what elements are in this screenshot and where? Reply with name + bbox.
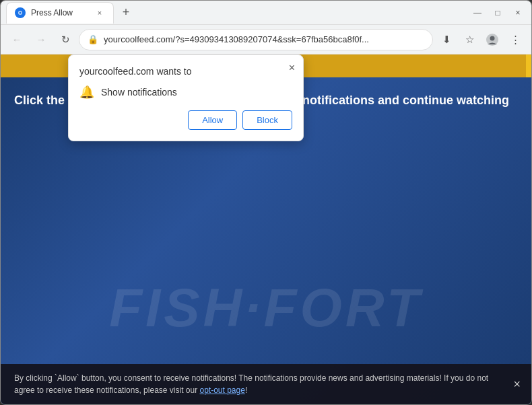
tab-area: Press Allow × + [6, 2, 464, 24]
back-button[interactable]: ← [6, 29, 28, 50]
window-controls: — □ × [469, 5, 526, 21]
reload-button[interactable]: ↻ [55, 29, 76, 50]
profile-button[interactable] [481, 29, 503, 50]
title-bar: Press Allow × + — □ × [1, 1, 531, 25]
consent-text: By clicking `Allow` button, you consent … [14, 373, 488, 395]
browser-window: Press Allow × + — □ × ← → ↻ 🔒 yourcoolfe… [0, 0, 532, 405]
popup-permission: 🔔 Show notifications [79, 85, 292, 100]
tab-close-button[interactable]: × [94, 7, 105, 18]
active-tab[interactable]: Press Allow × [6, 2, 114, 24]
popup-close-button[interactable]: × [289, 62, 295, 74]
minimize-button[interactable]: — [469, 5, 486, 21]
svg-point-4 [490, 36, 495, 40]
allow-button[interactable]: Allow [188, 110, 237, 130]
svg-point-2 [20, 12, 22, 14]
tab-title: Press Allow [31, 8, 89, 17]
opt-out-link[interactable]: opt-out page [199, 385, 244, 395]
permission-text: Show notifications [101, 87, 177, 98]
url-text: yourcoolfeed.com/?s=493093413089207074&s… [104, 34, 424, 44]
security-lock-icon: 🔒 [88, 34, 98, 44]
consent-bar: By clicking `Allow` button, you consent … [1, 364, 531, 404]
address-bar[interactable]: 🔒 yourcoolfeed.com/?s=493093413089207074… [79, 29, 433, 50]
forward-button[interactable]: → [30, 29, 52, 50]
bell-icon: 🔔 [79, 85, 94, 100]
menu-button[interactable]: ⋮ [504, 29, 526, 50]
bookmark-button[interactable]: ☆ [459, 29, 480, 50]
new-tab-button[interactable]: + [117, 3, 135, 22]
maximize-button[interactable]: □ [490, 5, 506, 21]
consent-text-end: ! [245, 385, 247, 395]
notification-popup: × yourcoolfeed.com wants to 🔔 Show notif… [68, 54, 304, 141]
block-button[interactable]: Block [242, 110, 292, 130]
consent-close-button[interactable]: × [513, 375, 521, 394]
popup-buttons: Allow Block [79, 110, 292, 130]
browser-content: FISH·FORT 99% Click the «Allow» button t… [1, 54, 531, 404]
nav-actions: ⬇ ☆ ⋮ [436, 29, 526, 50]
popup-title: yourcoolfeed.com wants to [79, 66, 292, 77]
tab-favicon [15, 7, 26, 18]
close-window-button[interactable]: × [510, 5, 526, 21]
download-button[interactable]: ⬇ [436, 29, 457, 50]
navigation-bar: ← → ↻ 🔒 yourcoolfeed.com/?s=493093413089… [1, 25, 531, 54]
